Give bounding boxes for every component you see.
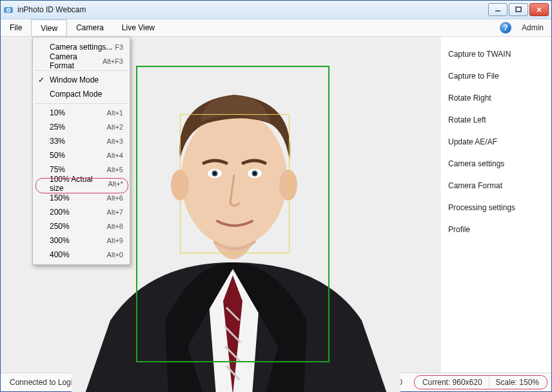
dd-shortcut: F3	[115, 43, 123, 51]
status-highlight-group: Current: 960x620 Scale: 150%	[414, 375, 547, 389]
dd-zoom-200[interactable]: 200% Alt+7	[33, 205, 130, 219]
admin-link[interactable]: Admin	[522, 23, 544, 32]
svg-rect-4	[516, 7, 521, 12]
dd-label: 300%	[50, 236, 70, 245]
dd-zoom-25[interactable]: 25% Alt+2	[33, 120, 130, 134]
menu-view[interactable]: View	[31, 19, 67, 36]
close-button[interactable]	[529, 3, 549, 16]
dd-label: 150%	[50, 193, 70, 202]
dd-shortcut: Alt+7	[107, 208, 123, 216]
dd-zoom-10[interactable]: 10% Alt+1	[33, 106, 130, 120]
side-update-aeaf[interactable]: Update AE/AF	[448, 137, 544, 146]
svg-point-2	[8, 9, 10, 11]
side-profile[interactable]: Profile	[448, 225, 544, 234]
status-current: Current: 960x620	[416, 377, 489, 388]
dd-label: 33%	[50, 137, 65, 146]
side-capture-file[interactable]: Capture to File	[448, 72, 544, 81]
dd-shortcut: Alt+F3	[103, 57, 123, 65]
menu-camera[interactable]: Camera	[67, 19, 113, 36]
dd-shortcut: Alt+8	[107, 222, 123, 230]
titlebar: inPhoto ID Webcam	[1, 1, 551, 19]
dd-label: 25%	[50, 122, 65, 132]
minimize-button[interactable]	[488, 3, 508, 16]
maximize-button[interactable]	[509, 3, 528, 16]
window-controls	[488, 3, 549, 16]
dd-shortcut: Alt+5	[107, 166, 123, 173]
side-panel: Capture to TWAIN Capture to File Rotate …	[440, 37, 551, 373]
app-window: inPhoto ID Webcam File View Camera Live …	[0, 0, 552, 392]
dd-label: 250%	[50, 222, 70, 231]
dd-label: 200%	[50, 208, 70, 217]
live-preview: Camera settings... F3 Camera Format Alt+…	[1, 37, 440, 373]
dd-label: 100% Actual size	[50, 175, 108, 193]
dd-shortcut: Alt+0	[107, 251, 123, 259]
dd-shortcut: Alt+9	[107, 237, 123, 244]
dd-separator	[34, 103, 128, 104]
dd-shortcut: Alt+4	[107, 152, 123, 159]
side-rotate-right[interactable]: Rotate Right	[448, 93, 544, 103]
dd-zoom-33[interactable]: 33% Alt+3	[33, 134, 130, 148]
dd-window-mode[interactable]: Window Mode	[33, 73, 130, 87]
dd-label: Camera settings...	[50, 43, 112, 52]
menu-file[interactable]: File	[1, 19, 31, 36]
side-processing-settings[interactable]: Processing settings	[448, 203, 544, 212]
dd-camera-format[interactable]: Camera Format Alt+F3	[33, 54, 130, 68]
dd-shortcut: Alt+2	[107, 123, 123, 131]
dd-label: 75%	[50, 165, 65, 174]
window-title: inPhoto ID Webcam	[17, 5, 86, 14]
dd-label: Camera Format	[50, 52, 103, 70]
status-scale: Scale: 150%	[489, 377, 546, 388]
dd-zoom-400[interactable]: 400% Alt+0	[33, 248, 130, 262]
dd-compact-mode[interactable]: Compact Mode	[33, 87, 130, 101]
dd-separator	[34, 70, 128, 71]
view-dropdown: Camera settings... F3 Camera Format Alt+…	[32, 37, 130, 265]
dd-label: 10%	[50, 108, 65, 117]
dd-zoom-150[interactable]: 150% Alt+6	[33, 191, 130, 205]
content-area: Camera settings... F3 Camera Format Alt+…	[1, 37, 551, 373]
app-icon	[3, 5, 14, 15]
side-camera-format[interactable]: Camera Format	[448, 181, 544, 190]
dd-label: 50%	[50, 151, 65, 160]
dd-shortcut: Alt+1	[107, 109, 123, 117]
side-camera-settings[interactable]: Camera settings	[448, 159, 544, 168]
dd-zoom-250[interactable]: 250% Alt+8	[33, 219, 130, 233]
dd-label: Window Mode	[50, 75, 99, 84]
help-icon[interactable]: ?	[500, 22, 511, 34]
menubar: File View Camera Live View ? Admin	[1, 19, 551, 37]
side-capture-twain[interactable]: Capture to TWAIN	[448, 50, 544, 59]
face-frame	[180, 114, 290, 253]
dd-shortcut: Alt+6	[107, 194, 123, 202]
dd-label: 400%	[50, 250, 70, 259]
dd-zoom-50[interactable]: 50% Alt+4	[33, 148, 130, 162]
dd-zoom-300[interactable]: 300% Alt+9	[33, 233, 130, 248]
dd-zoom-100[interactable]: 100% Actual size Alt+*	[33, 177, 130, 191]
dd-shortcut: Alt+3	[107, 137, 123, 145]
side-rotate-left[interactable]: Rotate Left	[448, 115, 544, 124]
menu-live-view[interactable]: Live View	[113, 19, 164, 36]
dd-label: Compact Mode	[50, 90, 102, 99]
dd-shortcut: Alt+*	[108, 180, 123, 188]
